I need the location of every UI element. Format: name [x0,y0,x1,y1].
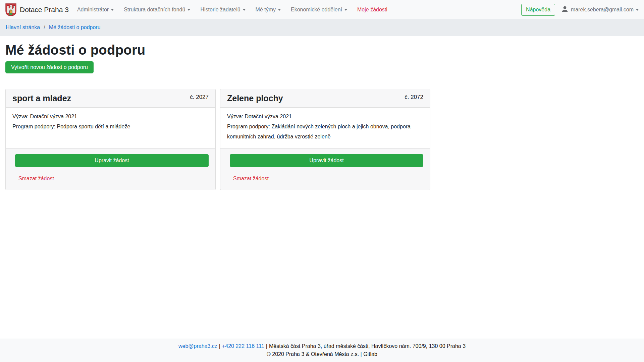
nav-item-label: Struktura dotačních fondů [124,7,185,13]
nav-item-administrator[interactable]: Administrátor [72,4,119,15]
application-program: Program podpory: Zakládání nových zelený… [227,122,423,142]
user-menu[interactable]: marek.sebera@gmail.com [561,5,639,14]
chevron-down-icon [111,9,114,11]
application-number: č. 2072 [405,93,423,101]
application-card: sport a mladez č. 2027 Výzva: Dotační vý… [5,89,216,190]
application-program: Program podpory: Podpora sportu dětí a m… [12,122,209,132]
praha3-coat-of-arms-logo [5,3,16,16]
application-card-body: Výzva: Dotační výzva 2021 Program podpor… [6,108,215,148]
brand-title: Dotace Praha 3 [20,6,69,14]
application-card-header: sport a mladez č. 2027 [6,89,215,108]
chevron-down-icon [344,9,347,11]
nav-item-me-tymy[interactable]: Mé týmy [251,4,286,15]
delete-application-link[interactable]: Smazat žádost [233,176,269,182]
chevron-down-icon [243,9,246,11]
navbar-right: Nápověda marek.sebera@gmail.com [521,4,639,16]
nav-item-struktura-dotacnich-fondu[interactable]: Struktura dotačních fondů [119,4,195,15]
application-number: č. 2027 [190,93,209,101]
chevron-down-icon [187,9,190,11]
application-call: Výzva: Dotační výzva 2021 [227,112,423,122]
application-title: Zelene plochy [227,93,283,103]
nav-item-label: Administrátor [77,7,109,13]
navbar: Dotace Praha 3 Administrátor Struktura d… [0,0,644,19]
footer-contact-line: web@praha3.cz|+420 222 116 111|Městská č… [0,342,644,350]
edit-application-button[interactable]: Upravit žádost [230,154,423,167]
create-application-button[interactable]: Vytvořit novou žádost o podporu [5,61,94,73]
nav-item-label: Mé týmy [256,7,276,13]
chevron-down-icon [636,9,639,11]
delete-application-link[interactable]: Smazat žádost [18,176,54,182]
footer-address: Městská část Praha 3, úřad městské části… [269,343,466,349]
applications-row: sport a mladez č. 2027 Výzva: Dotační vý… [5,89,639,190]
page-title: Mé žádosti o podporu [5,42,639,58]
divider [5,195,639,195]
help-button[interactable]: Nápověda [521,4,555,16]
nav-item-label: Moje žádosti [357,7,387,13]
main-content: Mé žádosti o podporu Vytvořit novou žádo… [0,42,644,195]
breadcrumb-separator: / [44,24,45,31]
application-card-header: Zelene plochy č. 2072 [220,89,430,108]
chevron-down-icon [278,9,281,11]
brand[interactable]: Dotace Praha 3 [5,3,69,16]
footer-copyright: © 2020 Praha 3 & Otevřená Města z.s. | G… [0,350,644,358]
application-card-body: Výzva: Dotační výzva 2021 Program podpor… [220,108,430,148]
breadcrumb-current-link[interactable]: Mé žádosti o podporu [49,24,101,31]
footer-email-link[interactable]: web@praha3.cz [178,343,217,349]
divider [5,81,639,81]
nav-item-label: Historie žadatelů [200,7,240,13]
breadcrumb: Hlavní stránka / Mé žádosti o podporu [0,19,644,36]
application-card-footer: Upravit žádost Smazat žádost [6,148,215,190]
application-call: Výzva: Dotační výzva 2021 [12,112,209,122]
breadcrumb-home-link[interactable]: Hlavní stránka [6,24,40,31]
application-title: sport a mladez [12,93,71,103]
edit-application-button[interactable]: Upravit žádost [15,154,209,167]
user-icon [561,5,569,14]
application-card-footer: Upravit žádost Smazat žádost [220,148,430,190]
nav-item-historie-zadatelu[interactable]: Historie žadatelů [195,4,250,15]
footer-separator: | [219,343,220,349]
page-footer: web@praha3.cz|+420 222 116 111|Městská č… [0,339,644,362]
user-email: marek.sebera@gmail.com [571,7,634,13]
main-menu: Administrátor Struktura dotačních fondů … [72,4,392,15]
nav-item-ekonomicke-oddeleni[interactable]: Ekonomické oddělení [286,4,352,15]
footer-separator: | [266,343,267,349]
nav-item-moje-zadosti[interactable]: Moje žádosti [352,4,392,15]
footer-phone-link[interactable]: +420 222 116 111 [222,343,264,349]
nav-item-label: Ekonomické oddělení [291,7,342,13]
application-card: Zelene plochy č. 2072 Výzva: Dotační výz… [220,89,430,190]
